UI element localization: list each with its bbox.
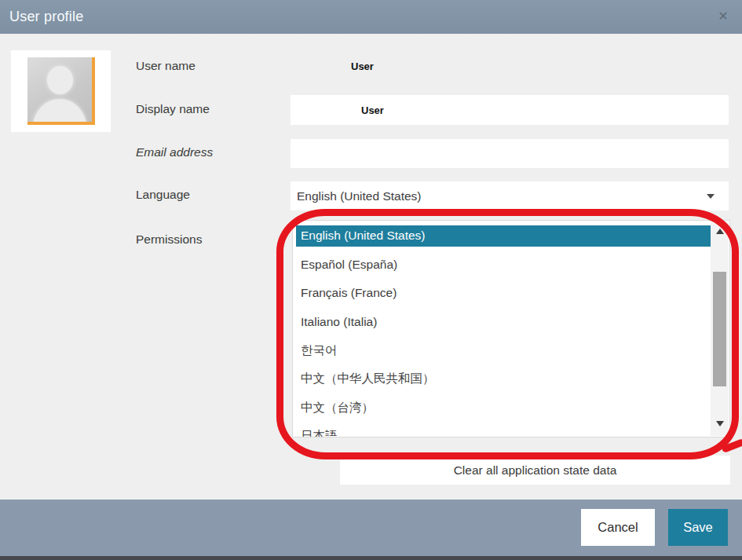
- language-option[interactable]: 日本語: [293, 423, 711, 438]
- scrollbar-down-button[interactable]: [711, 418, 729, 432]
- avatar[interactable]: [11, 50, 111, 132]
- language-option[interactable]: Français (France): [293, 279, 711, 308]
- user-profile-dialog: User profile ✕ User name Display name Em…: [0, 0, 742, 560]
- titlebar: User profile ✕: [0, 0, 742, 34]
- display-name-label: Display name: [136, 102, 210, 116]
- avatar-image: [27, 57, 95, 125]
- language-dropdown-list: English (United States) Español (España)…: [292, 220, 730, 437]
- cancel-button[interactable]: Cancel: [581, 509, 655, 546]
- close-icon[interactable]: ✕: [715, 8, 731, 25]
- language-option-selected[interactable]: English (United States): [296, 221, 711, 251]
- dialog-title: User profile: [9, 0, 83, 33]
- annotation-red-pen-tail: [721, 438, 742, 453]
- language-option[interactable]: 中文（中华人民共和国）: [293, 365, 711, 394]
- email-field[interactable]: [291, 139, 729, 168]
- email-address-label: Email address: [136, 145, 213, 159]
- language-select[interactable]: English (United States): [291, 181, 729, 210]
- user-name-label: User name: [136, 59, 196, 73]
- window-bottom-edge: [0, 556, 742, 560]
- scrollbar-track[interactable]: [711, 221, 729, 436]
- language-option[interactable]: Italiano (Italia): [293, 308, 711, 337]
- triangle-up-icon: [716, 229, 724, 234]
- language-select-value: English (United States): [297, 181, 422, 210]
- save-button[interactable]: Save: [668, 509, 728, 546]
- chevron-down-icon: [707, 194, 715, 199]
- language-option[interactable]: Español (España): [293, 251, 711, 280]
- display-name-field[interactable]: [291, 95, 729, 125]
- permissions-label: Permissions: [136, 232, 202, 247]
- clear-application-state-button[interactable]: Clear all application state data: [340, 456, 730, 485]
- language-options: English (United States) Español (España)…: [293, 221, 711, 437]
- user-name-value: User: [351, 60, 374, 72]
- scrollbar-thumb[interactable]: [713, 272, 726, 386]
- scrollbar-up-button[interactable]: [711, 225, 729, 240]
- triangle-down-icon: [716, 421, 724, 426]
- avatar-silhouette-head-icon: [47, 66, 73, 94]
- language-option[interactable]: 中文（台湾）: [293, 393, 711, 423]
- language-label: Language: [136, 188, 190, 202]
- language-option[interactable]: 한국어: [293, 336, 711, 365]
- avatar-silhouette-shoulders-icon: [33, 99, 86, 125]
